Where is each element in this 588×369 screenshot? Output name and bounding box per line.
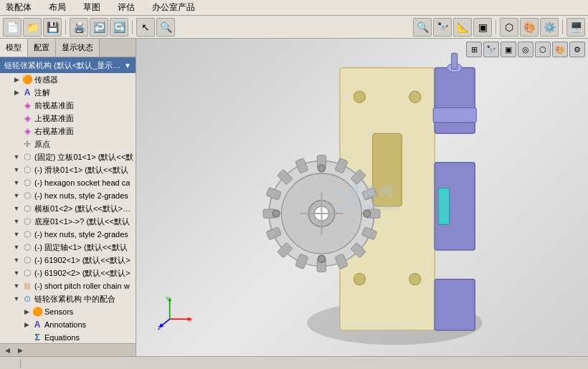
print-button[interactable]: 🖨️ [70,18,88,37]
tree-toggle[interactable]: ▼ [11,191,22,201]
undo-button[interactable]: ↩️ [90,18,108,37]
tree-header-title: 链轮张紧机构 (默认<默认_显示状态-1>) [4,60,121,71]
tree-toggle[interactable]: ▼ [11,242,22,252]
svg-text:X: X [189,317,192,322]
hexagon-socket-label: (-) hexagon socket head ca [34,178,130,187]
tab-config[interactable]: 配置 [28,39,56,57]
plane-icon: ◈ [22,125,33,137]
tree-item-hex-nuts-2[interactable]: ▼ ⬡ (-) hex nuts, style 2-grades [0,228,136,241]
tree-toggle[interactable]: ▶ [11,87,22,97]
tree-label: 前视基准面 [34,100,74,111]
tree-toggle[interactable]: ▶ [22,307,32,317]
tree-toggle[interactable]: ▼ [11,152,22,162]
tree-toggle[interactable]: ▼ [11,203,22,214]
tab-model[interactable]: 模型 [0,39,28,57]
tree-item-right-plane[interactable]: ◈ 右视基准面 [0,125,136,138]
tree-item-hex-nuts-1[interactable]: ▼ ⬡ (-) hex nuts, style 2-grades [0,189,136,202]
tree-toggle[interactable]: ▼ [11,216,22,226]
tree-content[interactable]: ▶ 🟠 传感器 ▶ A 注解 ◈ 前视基准面 ◈ [0,73,136,343]
part-icon: ⬡ [22,254,33,266]
annotation-icon: A [32,319,43,330]
menu-office[interactable]: 办公室产品 [149,0,198,15]
toolbar-separator-2 [132,20,133,34]
open-button[interactable]: 📁 [23,18,42,37]
view-toolbar-btn-3[interactable]: ▣ [501,42,516,57]
zoom-button[interactable]: 🔍 [156,18,175,37]
part-icon: ⬡ [22,229,33,240]
tree-toggle[interactable]: ▼ [11,255,22,265]
tree-item-mates[interactable]: ▼ ⊙ 链轮张紧机构 中的配合 [0,292,136,305]
menu-evaluate[interactable]: 评估 [115,0,138,15]
tree-item-front-plane[interactable]: ◈ 前视基准面 [0,99,136,112]
svg-point-36 [318,165,325,172]
tree-label: (-) hex nuts, style 2-grades [34,191,128,200]
tree-item-61902-2[interactable]: ▼ ⬡ (-) 61902<2> (默认<<默认> [0,267,136,279]
save-button[interactable]: 💾 [43,18,62,37]
tree-item-sub-equations[interactable]: Σ Equations [0,331,136,343]
main-toolbar: 📄 📁 💾 🖨️ ↩️ ↪️ ↖ 🔍 🔍 🔭 📐 ▣ ⬡ 🎨 ⚙️ 🖥️ [0,16,588,39]
tree-item-annotation[interactable]: ▶ A 注解 [0,86,136,99]
tree-toggle[interactable]: ▶ [11,75,22,85]
tree-item-sensors[interactable]: ▶ 🟠 传感器 [0,73,136,86]
select-button[interactable]: ↖ [136,18,155,37]
view-toolbar-btn-2[interactable]: 🔭 [483,42,499,57]
menu-layout[interactable]: 布局 [46,0,69,15]
part-icon: ⬡ [22,164,33,176]
tab-display[interactable]: 显示状态 [56,39,100,57]
view-button-8[interactable]: 🖥️ [566,18,585,37]
new-button[interactable]: 📄 [3,18,22,37]
svg-text:Y: Y [166,296,169,301]
view-toolbar-btn-1[interactable]: ⊞ [466,42,482,57]
tree-item-top-plane[interactable]: ◈ 上视基准面 [0,112,136,125]
tree-item-lipan01[interactable]: ▼ ⬡ (固定) 立板01<1> (默认<<默 [0,150,136,163]
tree-item-short-pitch-chain[interactable]: ▼ ⛓ (-) short pitch roller chain w [0,279,136,292]
redo-button[interactable]: ↪️ [110,18,128,37]
view-button-3[interactable]: 📐 [453,18,472,37]
tree-item-huakuai01[interactable]: ▼ ⬡ (-) 滑块01<1> (默认<<默认 [0,163,136,176]
svg-rect-7 [435,68,475,134]
tree-label: (-) hex nuts, style 2-grades [34,230,128,239]
view-button-6[interactable]: 🎨 [520,18,539,37]
tree-label: 链轮张紧机构 中的配合 [34,294,115,305]
tree-item-gudingjian[interactable]: ▼ ⬡ (-) 固定轴<1> (默认<<默认 [0,241,136,254]
view-button-7[interactable]: ⚙️ [540,18,559,37]
tree-toggle[interactable]: ▼ [11,165,22,175]
tree-item-sub-annotations[interactable]: ▶ A Annotations [0,318,136,331]
tree-item-hexagon-socket[interactable]: ▼ ⬡ (-) hexagon socket head ca [0,176,136,189]
tree-toggle[interactable]: ▶ [22,320,32,330]
tree-item-sub-sensors[interactable]: ▶ 🟠 Sensors [0,305,136,318]
view-button-2[interactable]: 🔭 [433,18,452,37]
svg-point-4 [409,91,421,102]
tree-label: 横板01<2> (默认<<默认>_显 [34,203,134,214]
view-button-5[interactable]: ⬡ [500,18,518,37]
part-icon: ⬡ [22,190,33,201]
tree-item-61902-1[interactable]: ▼ ⬡ (-) 61902<1> (默认<<默认> [0,254,136,267]
tree-label: 原点 [34,139,50,150]
tree-toggle [11,139,22,149]
view-toolbar-btn-6[interactable]: 🎨 [552,42,568,57]
axis-indicator: X Y Z [158,295,194,331]
tree-header[interactable]: 链轮张紧机构 (默认<默认_显示状态-1>) ▼ [0,57,136,73]
view-button-4[interactable]: ▣ [473,18,492,37]
left-panel-bottom: ◀ ▶ [0,343,136,356]
tree-toggle[interactable]: ▼ [11,229,22,239]
tree-item-hengban01[interactable]: ▼ ⬡ 横板01<2> (默认<<默认>_显 [0,202,136,215]
panel-bottom-btn[interactable]: ◀ [1,345,13,355]
tree-item-dizuo01[interactable]: ▼ ⬡ 底座01<1>->? (默认<<默认 [0,215,136,228]
viewport[interactable]: M 派 风 网 www.mfcad.com [136,39,588,356]
view-toolbar-btn-4[interactable]: ◎ [518,42,534,57]
sensor-icon: 🟠 [22,74,33,85]
view-button-1[interactable]: 🔍 [413,18,432,37]
tree-item-origin[interactable]: ✛ 原点 [0,138,136,150]
menu-assemble[interactable]: 装配体 [3,0,34,15]
panel-bottom-btn[interactable]: ▶ [14,345,26,355]
view-toolbar-btn-7[interactable]: ⚙ [569,42,585,57]
menu-sketch[interactable]: 草图 [80,0,103,15]
tree-toggle[interactable]: ▼ [11,281,22,291]
tree-toggle[interactable]: ▼ [11,268,22,278]
tree-toggle[interactable]: ▼ [11,178,22,188]
tree-label: (-) 滑块01<1> (默认<<默认 [34,165,128,176]
tree-label: (-) 61902<2> (默认<<默认> [34,268,131,279]
view-toolbar-btn-5[interactable]: ⬡ [535,42,551,57]
tree-toggle[interactable]: ▼ [11,294,22,304]
